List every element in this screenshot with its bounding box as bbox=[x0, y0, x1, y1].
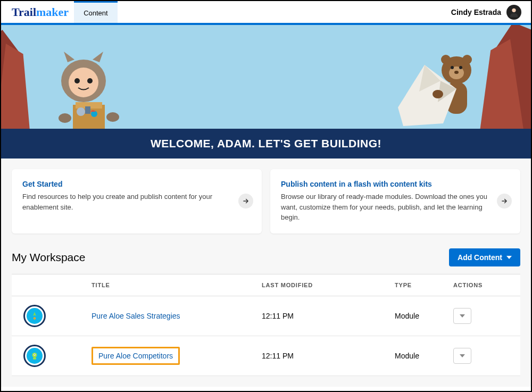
add-content-label: Add Content bbox=[458, 253, 502, 262]
svg-point-19 bbox=[441, 55, 451, 64]
svg-point-15 bbox=[106, 112, 119, 122]
svg-point-8 bbox=[87, 78, 93, 84]
svg-marker-5 bbox=[93, 52, 103, 62]
logo-text-maker: maker bbox=[36, 5, 69, 19]
col-type: TYPE bbox=[389, 274, 448, 296]
app-header: Trailmaker Content Cindy Estrada bbox=[1, 1, 531, 25]
svg-rect-13 bbox=[85, 106, 90, 114]
card-body: Find resources to help you create and pu… bbox=[22, 191, 230, 212]
caret-down-icon bbox=[460, 313, 465, 319]
workspace-table: TITLE LAST MODIFIED TYPE ACTIONS Pure Al… bbox=[12, 274, 520, 376]
username-label: Cindy Estrada bbox=[451, 8, 501, 16]
highlighted-cell: Pure Aloe Competitors bbox=[92, 347, 180, 365]
svg-point-11 bbox=[77, 107, 85, 116]
main-content: Get Started Find resources to help you c… bbox=[1, 159, 531, 387]
bear-character-icon bbox=[387, 44, 488, 129]
svg-point-7 bbox=[74, 78, 80, 84]
svg-marker-4 bbox=[64, 52, 74, 62]
svg-point-23 bbox=[459, 66, 462, 69]
welcome-text: WELCOME, ADAM. LET'S GET BUILDING! bbox=[151, 137, 381, 149]
caret-down-icon bbox=[460, 353, 465, 358]
svg-marker-2 bbox=[1, 44, 30, 129]
svg-marker-32 bbox=[460, 314, 465, 318]
card-body: Browse our library of ready-made modules… bbox=[281, 191, 488, 223]
info-cards: Get Started Find resources to help you c… bbox=[12, 169, 520, 233]
svg-point-35 bbox=[34, 354, 35, 355]
col-actions: ACTIONS bbox=[448, 274, 520, 296]
content-title-link[interactable]: Pure Aloe Competitors bbox=[98, 352, 173, 360]
cell-type: Module bbox=[389, 296, 448, 336]
arrow-right-icon[interactable] bbox=[497, 194, 512, 208]
svg-marker-37 bbox=[460, 354, 465, 357]
hero-banner bbox=[1, 25, 531, 129]
row-actions-button[interactable] bbox=[453, 348, 471, 364]
cell-type: Module bbox=[389, 336, 448, 376]
svg-point-20 bbox=[462, 55, 472, 64]
tab-content-label: Content bbox=[84, 9, 108, 17]
avatar-icon bbox=[506, 5, 521, 20]
content-title-link[interactable]: Pure Aloe Sales Strategies bbox=[92, 312, 180, 320]
welcome-banner: WELCOME, ADAM. LET'S GET BUILDING! bbox=[1, 129, 531, 159]
col-title: TITLE bbox=[86, 274, 256, 296]
arrow-right-icon[interactable] bbox=[238, 194, 253, 208]
header-user[interactable]: Cindy Estrada bbox=[451, 5, 521, 20]
workspace-title: My Workspace bbox=[12, 251, 85, 264]
module-icon bbox=[23, 305, 46, 327]
card-title: Publish content in a flash with content … bbox=[281, 180, 488, 188]
svg-point-29 bbox=[433, 90, 443, 98]
card-content-kits[interactable]: Publish content in a flash with content … bbox=[270, 169, 520, 233]
add-content-button[interactable]: Add Content bbox=[449, 248, 520, 266]
card-get-started[interactable]: Get Started Find resources to help you c… bbox=[12, 169, 262, 233]
app-logo: Trailmaker bbox=[12, 5, 69, 19]
workspace-header: My Workspace Add Content bbox=[12, 248, 520, 266]
card-title: Get Started bbox=[22, 180, 230, 188]
tab-content[interactable]: Content bbox=[74, 1, 118, 23]
cell-last-modified: 12:11 PM bbox=[256, 336, 389, 376]
row-actions-button[interactable] bbox=[453, 308, 471, 324]
col-last-modified: LAST MODIFIED bbox=[256, 274, 389, 296]
svg-point-31 bbox=[34, 317, 36, 320]
table-header-row: TITLE LAST MODIFIED TYPE ACTIONS bbox=[12, 274, 520, 296]
caret-down-icon bbox=[506, 255, 512, 260]
table-row: Pure Aloe Competitors 12:11 PM Module bbox=[12, 336, 520, 376]
astro-character-icon bbox=[44, 49, 134, 129]
svg-marker-30 bbox=[506, 256, 512, 259]
cell-last-modified: 12:11 PM bbox=[256, 296, 389, 336]
logo-text-trail: Trail bbox=[12, 5, 36, 19]
header-left: Trailmaker Content bbox=[1, 1, 118, 23]
svg-point-24 bbox=[454, 71, 459, 74]
svg-rect-36 bbox=[33, 357, 36, 360]
table-row: Pure Aloe Sales Strategies 12:11 PM Modu… bbox=[12, 296, 520, 336]
svg-point-6 bbox=[69, 68, 98, 97]
module-icon bbox=[23, 345, 46, 367]
svg-point-0 bbox=[512, 8, 516, 12]
svg-point-14 bbox=[59, 113, 71, 123]
svg-point-22 bbox=[451, 66, 454, 69]
